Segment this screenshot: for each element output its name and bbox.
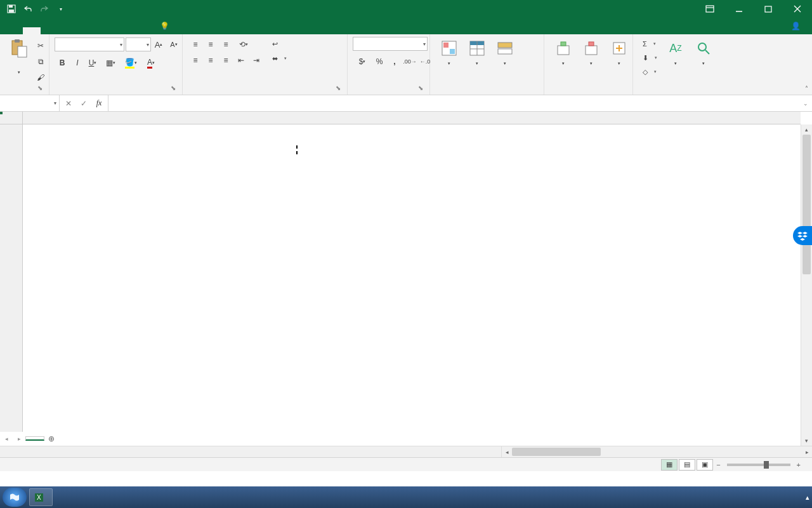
tab-home[interactable] xyxy=(23,27,41,34)
formula-input[interactable] xyxy=(108,95,799,111)
borders-button[interactable]: ▦▾ xyxy=(101,56,120,70)
system-tray[interactable]: ▴ xyxy=(806,493,809,502)
align-right-icon[interactable]: ≡ xyxy=(219,53,233,67)
tab-insert[interactable] xyxy=(41,27,58,34)
comma-format-icon[interactable]: , xyxy=(388,55,402,69)
alignment-launcher[interactable]: ⬊ xyxy=(334,84,342,92)
orientation-icon[interactable]: ⟲▾ xyxy=(234,37,253,51)
close-button[interactable] xyxy=(783,0,812,18)
font-name-combo[interactable]: ▾ xyxy=(55,37,124,51)
zoom-in-button[interactable]: + xyxy=(794,461,803,469)
decrease-indent-icon[interactable]: ⇤ xyxy=(234,53,248,67)
add-sheet-button[interactable]: ⊕ xyxy=(44,434,58,443)
align-left-icon[interactable]: ≡ xyxy=(188,53,202,67)
start-button[interactable] xyxy=(3,488,27,507)
clipboard-launcher[interactable]: ⬊ xyxy=(36,84,44,92)
delete-cells-button[interactable]: ▾ xyxy=(577,37,605,67)
accounting-format-icon[interactable]: $▾ xyxy=(353,55,371,69)
tray-chevron-icon[interactable]: ▴ xyxy=(806,493,809,502)
status-bar: ▦ ▤ ▣ − + xyxy=(0,457,812,471)
table-icon xyxy=(467,38,487,58)
merge-center-button[interactable]: ⬌▾ xyxy=(268,51,291,65)
clear-button[interactable]: ◇▾ xyxy=(638,65,662,79)
svg-rect-13 xyxy=(443,43,449,48)
copy-icon[interactable]: ⧉ xyxy=(34,55,48,69)
confirm-edit-icon[interactable]: ✓ xyxy=(76,99,91,108)
tab-formulas[interactable] xyxy=(76,27,94,34)
tab-view[interactable] xyxy=(129,27,147,34)
vertical-scrollbar[interactable]: ▴ ▾ xyxy=(801,124,812,446)
font-launcher[interactable]: ⬊ xyxy=(169,84,177,92)
shrink-font-icon[interactable]: A▾ xyxy=(167,37,181,51)
percent-format-icon[interactable]: % xyxy=(372,55,386,69)
svg-line-27 xyxy=(705,50,709,54)
format-cells-button[interactable]: ▾ xyxy=(605,37,633,67)
qat-customize-icon[interactable]: ▾ xyxy=(53,1,69,17)
align-bottom-icon[interactable]: ≡ xyxy=(219,37,233,51)
tell-me[interactable]: 💡 xyxy=(155,18,177,34)
align-middle-icon[interactable]: ≡ xyxy=(204,37,218,51)
number-format-combo[interactable]: ▾ xyxy=(353,37,428,51)
cancel-edit-icon[interactable]: ✕ xyxy=(61,99,76,108)
horizontal-scrollbar[interactable]: ◂ ▸ xyxy=(501,446,812,457)
increase-indent-icon[interactable]: ⇥ xyxy=(249,53,263,67)
cell-styles-button[interactable]: ▾ xyxy=(491,37,519,67)
view-pagebreak-icon[interactable]: ▣ xyxy=(697,459,713,471)
sort-icon: AZ xyxy=(665,38,686,58)
format-painter-icon[interactable]: 🖌 xyxy=(34,70,48,84)
svg-rect-21 xyxy=(558,46,569,55)
number-launcher[interactable]: ⬊ xyxy=(417,84,424,92)
cut-icon[interactable]: ✂ xyxy=(34,39,48,53)
collapse-ribbon-icon[interactable]: ˄ xyxy=(805,85,808,92)
spreadsheet-grid[interactable]: ◂ ▸ ⊕ ▴ ▾ ◂ ▸ xyxy=(0,112,812,457)
format-as-table-button[interactable]: ▾ xyxy=(463,37,491,67)
save-icon[interactable] xyxy=(4,1,19,17)
fill-icon: ⬇ xyxy=(643,54,648,62)
zoom-slider[interactable] xyxy=(727,464,790,466)
increase-decimal-icon[interactable]: .00→ xyxy=(403,55,417,69)
bold-button[interactable]: B xyxy=(55,56,69,70)
insert-function-icon[interactable]: fx xyxy=(91,98,107,108)
share-button[interactable]: 👤 xyxy=(782,18,812,34)
conditional-formatting-button[interactable]: ▾ xyxy=(435,37,463,67)
zoom-out-button[interactable]: − xyxy=(714,461,723,469)
font-color-button[interactable]: A▾ xyxy=(141,56,160,70)
insert-cells-button[interactable]: ▾ xyxy=(549,37,577,67)
paste-button[interactable]: ▾ xyxy=(5,37,33,76)
find-select-button[interactable]: ▾ xyxy=(690,37,717,67)
tab-page-layout[interactable] xyxy=(58,27,76,34)
view-pagelayout-icon[interactable]: ▤ xyxy=(679,459,695,471)
undo-icon[interactable] xyxy=(20,1,36,17)
underline-button[interactable]: U▾ xyxy=(86,56,100,70)
font-size-combo[interactable]: ▾ xyxy=(126,37,151,51)
redo-icon[interactable] xyxy=(37,1,52,17)
format-icon xyxy=(609,38,629,58)
italic-button[interactable]: I xyxy=(70,56,84,70)
autosum-button[interactable]: Σ▾ xyxy=(638,37,662,51)
wrap-text-button[interactable]: ↩ xyxy=(268,37,291,51)
tab-data[interactable] xyxy=(94,27,112,34)
tab-review[interactable] xyxy=(112,27,129,34)
minimize-button[interactable] xyxy=(724,0,754,18)
view-normal-icon[interactable]: ▦ xyxy=(661,459,678,471)
scroll-thumb[interactable] xyxy=(802,135,811,274)
sheet-nav-prev[interactable]: ◂ xyxy=(0,436,13,442)
dropbox-badge-icon[interactable] xyxy=(793,226,812,245)
taskbar-excel[interactable]: X xyxy=(29,488,53,506)
align-top-icon[interactable]: ≡ xyxy=(188,37,202,51)
svg-rect-6 xyxy=(765,6,771,12)
ribbon-display-icon[interactable] xyxy=(695,0,724,18)
tab-file[interactable] xyxy=(5,27,23,34)
scroll-thumb[interactable] xyxy=(512,448,601,456)
fill-button[interactable]: ⬇▾ xyxy=(638,51,662,65)
sort-filter-button[interactable]: AZ▾ xyxy=(662,37,690,67)
expand-formula-bar-icon[interactable]: ⌄ xyxy=(799,95,812,111)
name-box[interactable]: ▾ xyxy=(0,95,60,111)
sheet-tab[interactable] xyxy=(25,436,44,441)
grow-font-icon[interactable]: A▴ xyxy=(152,37,166,51)
sheet-nav-next[interactable]: ▸ xyxy=(13,436,25,442)
select-all-corner[interactable] xyxy=(0,112,23,124)
maximize-button[interactable] xyxy=(754,0,783,18)
align-center-icon[interactable]: ≡ xyxy=(204,53,218,67)
fill-color-button[interactable]: 🪣▾ xyxy=(121,56,140,70)
